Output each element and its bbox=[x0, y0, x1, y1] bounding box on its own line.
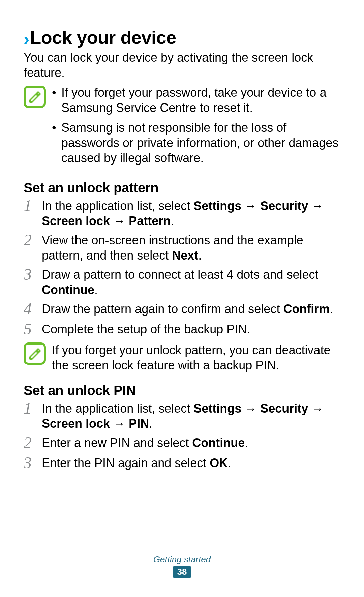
step-row: 4 Draw the pattern again to confirm and … bbox=[24, 301, 340, 318]
step-text-bold: Confirm bbox=[283, 302, 330, 316]
step-text: Draw the pattern again to confirm and se… bbox=[42, 301, 340, 317]
step-row: 1 In the application list, select Settin… bbox=[24, 401, 340, 431]
note-bullet-item: Samsung is not responsible for the loss … bbox=[52, 120, 340, 166]
step-number: 3 bbox=[24, 266, 35, 282]
step-row: 5 Complete the setup of the backup PIN. bbox=[24, 322, 340, 338]
sub-heading-pattern: Set an unlock pattern bbox=[24, 180, 340, 196]
step-text-pre: Enter the PIN again and select bbox=[42, 456, 210, 470]
step-text-pre: In the application list, select bbox=[42, 199, 193, 213]
step-number: 1 bbox=[24, 198, 35, 214]
step-text: In the application list, select Settings… bbox=[42, 198, 340, 229]
step-text-pre: Draw the pattern again to confirm and se… bbox=[42, 302, 283, 316]
step-text-post: . bbox=[198, 248, 202, 262]
step-number: 3 bbox=[24, 455, 35, 471]
step-text-post: . bbox=[330, 302, 333, 316]
step-text-post: . bbox=[171, 214, 174, 228]
chevron-right-icon: › bbox=[24, 30, 29, 48]
step-text-bold: OK bbox=[210, 456, 228, 470]
note-icon bbox=[24, 342, 46, 365]
step-text: Enter the PIN again and select OK. bbox=[42, 455, 340, 471]
step-text-pre: Draw a pattern to connect at least 4 dot… bbox=[42, 268, 318, 281]
step-text-bold: Next bbox=[172, 248, 198, 262]
section-title: Lock your device bbox=[30, 27, 176, 48]
step-text-bold: Continue bbox=[42, 283, 94, 297]
step-row: 1 In the application list, select Settin… bbox=[24, 198, 340, 229]
pencil-note-icon bbox=[28, 90, 41, 103]
page-number-badge: 38 bbox=[173, 566, 191, 578]
step-text: Draw a pattern to connect at least 4 dot… bbox=[42, 267, 340, 297]
intro-text: You can lock your device by activating t… bbox=[24, 50, 340, 80]
note-bullet-list: If you forget your password, take your d… bbox=[52, 85, 340, 170]
step-text: Enter a new PIN and select Continue. bbox=[42, 435, 340, 450]
step-row: 2 View the on-screen instructions and th… bbox=[24, 233, 340, 263]
note-text: If you forget your unlock pattern, you c… bbox=[52, 342, 340, 373]
note-bullet-item: If you forget your password, take your d… bbox=[52, 85, 340, 115]
section-title-row: › Lock your device bbox=[24, 27, 340, 50]
step-text-bold: Continue bbox=[192, 436, 245, 450]
note-icon bbox=[24, 86, 46, 108]
page-footer: Getting started 38 bbox=[0, 554, 364, 578]
step-text: View the on-screen instructions and the … bbox=[42, 233, 340, 263]
step-text-post: . bbox=[228, 456, 231, 470]
step-number: 4 bbox=[24, 301, 35, 317]
step-text: In the application list, select Settings… bbox=[42, 401, 340, 431]
document-page: › Lock your device You can lock your dev… bbox=[0, 0, 364, 597]
pencil-note-icon bbox=[28, 347, 41, 360]
step-row: 3 Draw a pattern to connect at least 4 d… bbox=[24, 267, 340, 297]
step-number: 2 bbox=[24, 232, 35, 248]
step-text-pre: In the application list, select bbox=[42, 401, 193, 415]
step-row: 3 Enter the PIN again and select OK. bbox=[24, 455, 340, 472]
step-text-post: . bbox=[149, 417, 152, 430]
sub-heading-pin: Set an unlock PIN bbox=[24, 383, 340, 398]
step-number: 2 bbox=[24, 435, 35, 451]
step-row: 2 Enter a new PIN and select Continue. bbox=[24, 435, 340, 451]
note-block-1: If you forget your password, take your d… bbox=[24, 85, 340, 170]
step-text: Complete the setup of the backup PIN. bbox=[42, 322, 340, 337]
step-text-pre: Enter a new PIN and select bbox=[42, 436, 192, 450]
step-text-post: . bbox=[245, 436, 248, 450]
note-block-2: If you forget your unlock pattern, you c… bbox=[24, 342, 340, 373]
step-text-post: . bbox=[94, 283, 98, 297]
footer-section-label: Getting started bbox=[0, 554, 364, 565]
step-number: 5 bbox=[24, 321, 35, 337]
step-number: 1 bbox=[24, 400, 35, 416]
